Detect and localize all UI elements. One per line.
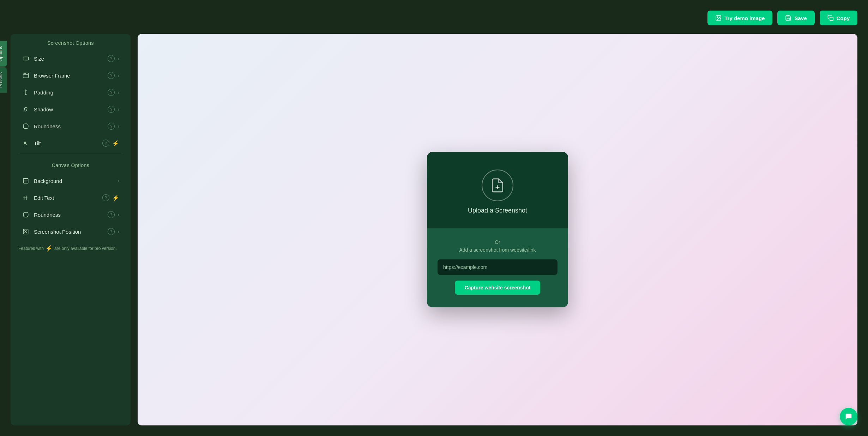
padding-chevron: ›: [117, 90, 119, 95]
roundness-label: Roundness: [34, 123, 108, 129]
roundness-actions: ? ›: [108, 123, 119, 130]
image-icon: [715, 15, 722, 21]
edit-text-actions: ? ⚡: [102, 194, 119, 201]
screenshot-position-chevron: ›: [117, 229, 119, 234]
option-background[interactable]: Background ›: [14, 173, 127, 189]
save-label: Save: [794, 15, 807, 21]
size-chevron: ›: [117, 56, 119, 61]
save-icon: [785, 15, 791, 21]
browser-frame-label: Browser Frame: [34, 73, 108, 79]
tilt-actions: ? ⚡: [102, 140, 119, 147]
edit-text-icon: [22, 194, 30, 202]
screenshot-position-actions: ? ›: [108, 228, 119, 235]
shadow-help-icon[interactable]: ?: [108, 106, 115, 113]
background-label: Background: [34, 178, 117, 184]
pro-note: Features with ⚡ are only available for p…: [11, 240, 131, 252]
size-help-icon[interactable]: ?: [108, 55, 115, 62]
pro-note-badge: ⚡: [46, 245, 53, 252]
roundness-icon: [22, 122, 30, 130]
canvas-section-title: Canvas Options: [11, 156, 131, 172]
save-button[interactable]: Save: [777, 11, 814, 25]
toolbar: Try demo image Save Copy: [11, 11, 857, 25]
tilt-label: Tilt: [34, 140, 102, 146]
roundness-canvas-actions: ? ›: [108, 211, 119, 218]
option-padding[interactable]: Padding ? ›: [14, 84, 127, 100]
edit-text-help-icon[interactable]: ?: [102, 194, 109, 201]
svg-rect-20: [23, 212, 28, 217]
section-divider: [18, 154, 123, 154]
tilt-pro-badge: ⚡: [112, 140, 119, 147]
background-chevron: ›: [117, 178, 119, 184]
upload-bottom: OrAdd a screenshot from website/link Cap…: [427, 228, 568, 308]
screenshot-position-label: Screenshot Position: [34, 229, 108, 235]
svg-point-6: [24, 73, 25, 74]
option-tilt[interactable]: Tilt ? ⚡: [14, 135, 127, 151]
tab-options[interactable]: Options: [0, 41, 7, 67]
svg-rect-16: [23, 178, 28, 183]
browser-frame-help-icon[interactable]: ?: [108, 72, 115, 79]
svg-point-1: [717, 17, 718, 17]
roundness-help-icon[interactable]: ?: [108, 123, 115, 130]
option-shadow[interactable]: Shadow ? ›: [14, 101, 127, 117]
option-browser-frame[interactable]: Browser Frame ? ›: [14, 67, 127, 84]
screenshot-section-title: Screenshot Options: [11, 34, 131, 50]
svg-rect-2: [830, 17, 833, 21]
shadow-icon: [22, 105, 30, 113]
screenshot-position-icon: [22, 228, 30, 235]
chat-bubble[interactable]: [840, 408, 857, 425]
options-panel: Screenshot Options Size ? › Browser Fram…: [11, 34, 131, 425]
svg-rect-14: [23, 124, 28, 129]
edit-text-pro-badge: ⚡: [112, 195, 119, 201]
canvas-area[interactable]: Upload a Screenshot OrAdd a screenshot f…: [138, 34, 857, 425]
padding-help-icon[interactable]: ?: [108, 89, 115, 96]
svg-point-13: [24, 108, 27, 110]
copy-icon: [827, 15, 834, 21]
option-screenshot-position[interactable]: Screenshot Position ? ›: [14, 223, 127, 240]
roundness-canvas-help-icon[interactable]: ?: [108, 211, 115, 218]
tab-presets[interactable]: Presets: [0, 67, 7, 93]
or-text: OrAdd a screenshot from website/link: [459, 238, 536, 254]
side-tabs: Options Presets: [0, 41, 7, 93]
browser-frame-icon: [22, 72, 30, 79]
roundness-canvas-chevron: ›: [117, 212, 119, 217]
browser-frame-chevron: ›: [117, 73, 119, 78]
roundness-canvas-label: Roundness: [34, 212, 108, 218]
url-input[interactable]: [438, 259, 557, 275]
upload-title: Upload a Screenshot: [468, 207, 527, 214]
option-edit-text[interactable]: Edit Text ? ⚡: [14, 190, 127, 206]
copy-label: Copy: [837, 15, 850, 21]
shadow-chevron: ›: [117, 106, 119, 112]
copy-button[interactable]: Copy: [820, 11, 858, 25]
tilt-icon: [22, 139, 30, 147]
option-roundness[interactable]: Roundness ? ›: [14, 118, 127, 134]
edit-text-label: Edit Text: [34, 195, 102, 201]
svg-point-7: [25, 73, 26, 74]
chat-icon: [845, 413, 852, 420]
roundness-chevron: ›: [117, 123, 119, 129]
try-demo-label: Try demo image: [724, 15, 765, 21]
size-icon: [22, 55, 30, 62]
capture-button-label: Capture website screenshot: [465, 285, 531, 290]
padding-actions: ? ›: [108, 89, 119, 96]
upload-icon: [490, 178, 505, 193]
upload-top[interactable]: Upload a Screenshot: [427, 152, 568, 228]
browser-frame-actions: ? ›: [108, 72, 119, 79]
padding-label: Padding: [34, 90, 108, 96]
try-demo-button[interactable]: Try demo image: [707, 11, 772, 25]
size-label: Size: [34, 56, 108, 62]
tilt-help-icon[interactable]: ?: [102, 140, 109, 147]
background-icon: [22, 177, 30, 185]
screenshot-position-help-icon[interactable]: ?: [108, 228, 115, 235]
roundness-canvas-icon: [22, 211, 30, 219]
size-actions: ? ›: [108, 55, 119, 62]
upload-icon-circle: [482, 170, 513, 201]
main-layout: Options Presets Screenshot Options Size …: [11, 34, 857, 425]
option-roundness-canvas[interactable]: Roundness ? ›: [14, 207, 127, 223]
background-actions: ›: [117, 178, 119, 184]
capture-button[interactable]: Capture website screenshot: [455, 281, 541, 295]
option-size[interactable]: Size ? ›: [14, 50, 127, 67]
shadow-label: Shadow: [34, 106, 108, 112]
padding-icon: [22, 88, 30, 96]
svg-rect-3: [23, 57, 29, 60]
shadow-actions: ? ›: [108, 106, 119, 113]
